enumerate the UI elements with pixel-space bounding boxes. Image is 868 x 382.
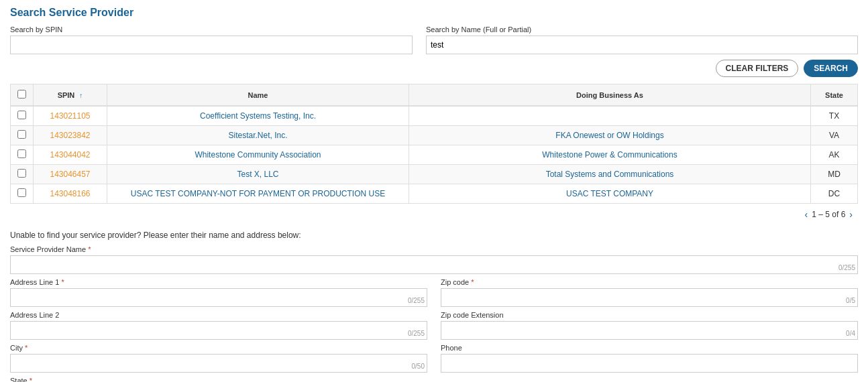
dba-cell [409,106,811,126]
zip-extension-label: Zip code Extension [441,311,858,319]
no-provider-notice: Unable to find your service provider? Pl… [10,231,858,240]
address2-label: Address Line 2 [10,311,427,319]
phone-input[interactable] [441,354,858,373]
dba-cell[interactable]: Total Systems and Communications [409,165,811,184]
provider-name-counter: 0/255 [838,264,855,271]
spin-cell[interactable]: 143023842 [34,126,107,145]
table-row: 143021105 Coefficient Systems Testing, I… [11,106,858,126]
spin-search-group: Search by SPIN [10,25,413,54]
name-column-header: Name [107,84,409,107]
provider-name-input[interactable] [10,255,858,274]
page-title: Search Service Provider [10,7,858,19]
manual-entry-section: Unable to find your service provider? Pl… [10,231,858,382]
provider-name-label: Service Provider Name * [10,245,858,253]
name-cell[interactable]: Coefficient Systems Testing, Inc. [107,106,409,126]
spin-column-header: SPIN ↑ [34,84,107,107]
state-cell: MD [811,165,858,184]
table-row: 143046457 Test X, LLC Total Systems and … [11,165,858,184]
state-cell: TX [811,106,858,126]
address2-wrapper: 0/255 [10,321,427,340]
zip-extension-wrapper: 0/4 [441,321,858,340]
dba-cell[interactable]: USAC TEST COMPANY [409,184,811,204]
address1-input[interactable] [10,288,427,307]
state-cell: DC [811,184,858,204]
city-wrapper: 0/50 [10,354,427,373]
address2-group: Address Line 2 0/255 [10,311,427,340]
search-section: Search by SPIN Search by Name (Full or P… [10,25,858,54]
state-label: State * [10,377,427,382]
row-checkbox-cell [11,106,34,126]
row-address1-zip: Address Line 1 * 0/255 Zip code * 0/5 [10,278,858,311]
state-column-header: State [811,84,858,107]
name-cell[interactable]: Sitestar.Net, Inc. [107,126,409,145]
row-address2-zipext: Address Line 2 0/255 Zip code Extension … [10,311,858,344]
city-counter: 0/50 [412,363,425,370]
name-label: Search by Name (Full or Partial) [426,25,858,34]
address2-counter: 0/255 [408,330,425,337]
row-checkbox-cell [11,165,34,184]
table-header-row: SPIN ↑ Name Doing Business As State [11,84,858,107]
row-checkbox-cell [11,184,34,204]
row-city-phone: City * 0/50 Phone [10,344,858,377]
dba-cell[interactable]: FKA Onewest or OW Holdings [409,126,811,145]
next-page-button[interactable]: › [849,209,853,220]
select-all-header [11,84,34,107]
results-table: SPIN ↑ Name Doing Business As State 1430… [10,84,858,204]
table-row: 143044042 Whitestone Community Associati… [11,145,858,165]
zipcode-counter: 0/5 [846,297,855,304]
address2-input[interactable] [10,321,427,340]
pagination-info: 1 – 5 of 6 [812,210,845,219]
row-checkbox[interactable] [17,111,26,119]
table-row: 143048166 USAC TEST COMPANY-NOT FOR PAYM… [11,184,858,204]
sort-icon[interactable]: ↑ [79,92,83,99]
pagination: ‹ 1 – 5 of 6 › [10,206,858,222]
address1-label: Address Line 1 * [10,278,427,286]
name-cell[interactable]: Test X, LLC [107,165,409,184]
req-star: * [88,245,91,253]
spin-cell[interactable]: 143044042 [34,145,107,165]
address1-group: Address Line 1 * 0/255 [10,278,427,307]
search-button[interactable]: SEARCH [804,60,858,77]
city-input[interactable] [10,354,427,373]
row-checkbox[interactable] [17,188,26,197]
city-group: City * 0/50 [10,344,427,373]
zipcode-label: Zip code * [441,278,858,286]
row-checkbox-cell [11,126,34,145]
zip-extension-input[interactable] [441,321,858,340]
button-row: CLEAR FILTERS SEARCH [10,60,858,77]
zipcode-wrapper: 0/5 [441,288,858,307]
spin-input[interactable] [10,36,413,54]
zip-extension-counter: 0/4 [846,330,855,337]
address1-wrapper: 0/255 [10,288,427,307]
name-search-group: Search by Name (Full or Partial) [426,25,858,54]
zip-extension-group: Zip code Extension 0/4 [441,311,858,340]
spin-cell[interactable]: 143046457 [34,165,107,184]
state-cell: AK [811,145,858,165]
phone-group: Phone [441,344,858,373]
address1-counter: 0/255 [408,297,425,304]
provider-name-wrapper: 0/255 [10,255,858,274]
name-cell[interactable]: Whitestone Community Association [107,145,409,165]
name-cell[interactable]: USAC TEST COMPANY-NOT FOR PAYMENT OR PRO… [107,184,409,204]
table-row: 143023842 Sitestar.Net, Inc. FKA Onewest… [11,126,858,145]
state-cell: VA [811,126,858,145]
row-checkbox-cell [11,145,34,165]
clear-filters-button[interactable]: CLEAR FILTERS [716,60,799,77]
spin-cell[interactable]: 143021105 [34,106,107,126]
dba-cell[interactable]: Whitestone Power & Communications [409,145,811,165]
phone-label: Phone [441,344,858,352]
select-all-checkbox[interactable] [17,90,26,99]
zipcode-input[interactable] [441,288,858,307]
spin-cell[interactable]: 143048166 [34,184,107,204]
row-checkbox[interactable] [17,130,26,139]
provider-name-group: Service Provider Name * 0/255 [10,245,858,274]
name-input[interactable] [426,36,858,54]
city-label: City * [10,344,427,352]
row-checkbox[interactable] [17,169,26,178]
row-checkbox[interactable] [17,149,26,158]
zipcode-group: Zip code * 0/5 [441,278,858,307]
spin-label: Search by SPIN [10,25,413,34]
state-group: State * Select the stateALAKAZARCACOCTDC… [10,377,434,382]
prev-page-button[interactable]: ‹ [805,209,808,220]
dba-column-header: Doing Business As [409,84,811,107]
